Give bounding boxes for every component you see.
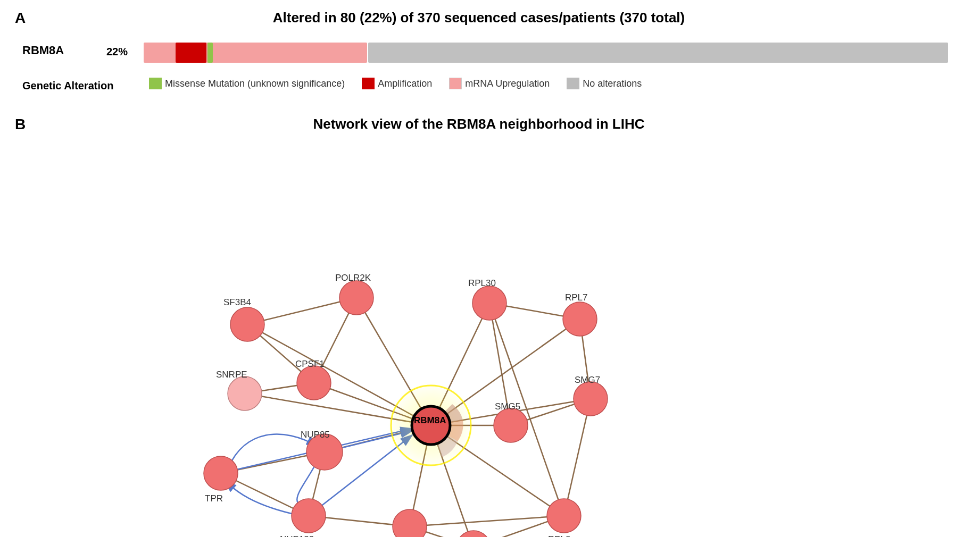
node-snrpe	[228, 376, 262, 410]
node-rpl8	[547, 499, 581, 533]
panel-b-label: B	[15, 116, 26, 133]
node-rpl7	[563, 302, 597, 336]
node-sf3b4	[230, 307, 264, 341]
missense-swatch	[149, 78, 162, 89]
gene-pct: 22%	[106, 46, 128, 58]
label-rpl7: RPL7	[565, 292, 588, 303]
node-rbm8a	[412, 406, 450, 445]
amplification-label: Amplification	[378, 78, 432, 89]
label-smg7: SMG7	[575, 375, 600, 385]
legend-mrna: mRNA Upregulation	[449, 78, 550, 89]
node-nup133	[292, 499, 326, 533]
legend-missense: Missense Mutation (unknown significance)	[149, 78, 345, 89]
legend-container: Missense Mutation (unknown significance)…	[149, 78, 642, 89]
label-polr2k: POLR2K	[335, 273, 371, 283]
network-graph: SF3B4 POLR2K CPSF1 SNRPE TPR NUP85 NUP13…	[80, 144, 665, 537]
panel-a-label: A	[15, 10, 26, 27]
no-alteration-swatch	[567, 78, 579, 89]
node-polr2k	[339, 281, 373, 315]
bar-missense	[207, 43, 213, 63]
label-rpl30: RPL30	[468, 278, 496, 288]
svg-line-16	[410, 516, 564, 526]
label-tpr: TPR	[205, 493, 223, 504]
label-nup133: NUP133	[280, 534, 314, 537]
node-smg5	[494, 408, 528, 442]
node-cpsf1	[297, 366, 331, 400]
bar-no-alteration	[368, 43, 948, 63]
bar-amplification	[176, 43, 206, 63]
no-alteration-label: No alterations	[583, 78, 642, 89]
legend-title: Genetic Alteration	[22, 80, 114, 92]
label-rpl8: RPL8	[548, 534, 571, 537]
node-rps27	[393, 509, 427, 537]
legend-no-alteration: No alterations	[567, 78, 642, 89]
label-smg5: SMG5	[495, 401, 520, 412]
node-rps20	[456, 531, 491, 537]
panel-b-title: Network view of the RBM8A neighborhood i…	[106, 116, 851, 132]
label-cpsf1: CPSF1	[295, 359, 325, 369]
label-rbm8a: RBM8A	[414, 415, 446, 425]
node-rpl30	[472, 286, 506, 320]
panel-a-title: Altered in 80 (22%) of 370 sequenced cas…	[106, 10, 851, 26]
legend-amplification: Amplification	[362, 78, 432, 89]
missense-label: Missense Mutation (unknown significance)	[165, 78, 345, 89]
mrna-label: mRNA Upregulation	[465, 78, 550, 89]
mrna-swatch	[449, 78, 462, 89]
label-nup85: NUP85	[301, 430, 330, 440]
label-snrpe: SNRPE	[216, 370, 247, 380]
gene-name: RBM8A	[22, 44, 64, 57]
node-tpr	[204, 456, 238, 490]
svg-line-19	[564, 399, 591, 516]
node-smg7	[574, 382, 608, 416]
label-sf3b4: SF3B4	[223, 297, 251, 307]
amplification-swatch	[362, 78, 375, 89]
